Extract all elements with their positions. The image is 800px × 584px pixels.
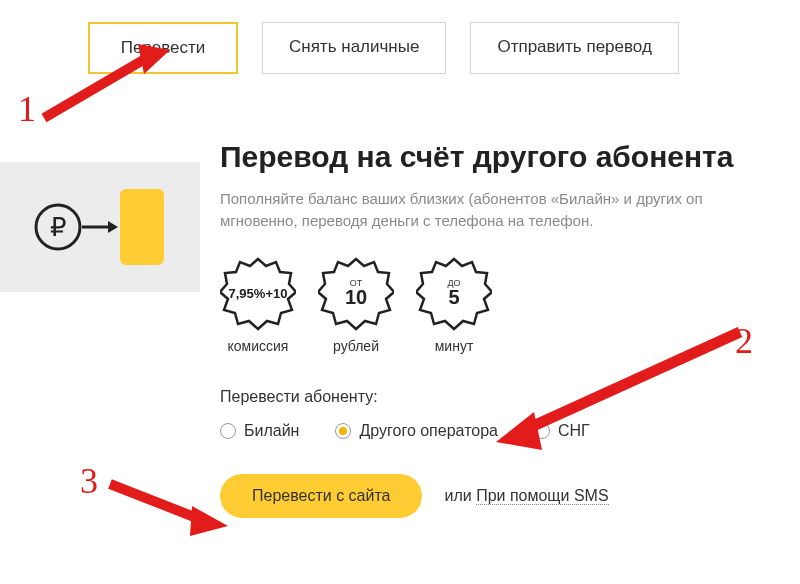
badge-min-value: 10 <box>345 286 367 309</box>
radio-dot-icon <box>534 423 550 439</box>
page-title: Перевод на счёт другого абонента <box>220 140 800 174</box>
badge-min-caption: рублей <box>333 338 379 354</box>
svg-rect-4 <box>120 189 164 265</box>
badge-commission: 7,95%+10 комиссия <box>220 256 296 354</box>
badge-commission-value: 7,95%+10 <box>229 286 288 301</box>
radio-cis[interactable]: СНГ <box>534 422 590 440</box>
tab-transfer[interactable]: Перевести <box>88 22 238 74</box>
svg-text:₽: ₽ <box>50 212 67 242</box>
badges-row: 7,95%+10 комиссия ОТ 10 рублей ДО 5 мину… <box>220 256 800 354</box>
radio-beeline[interactable]: Билайн <box>220 422 299 440</box>
annotation-number-2: 2 <box>735 320 753 362</box>
action-row: Перевести с сайта или При помощи SMS <box>220 474 800 518</box>
svg-marker-3 <box>108 221 118 233</box>
form-label: Перевести абоненту: <box>220 388 800 406</box>
radio-other-label: Другого оператора <box>359 422 498 440</box>
annotation-number-3: 3 <box>80 460 98 502</box>
radio-dot-icon <box>335 423 351 439</box>
radio-other-operator[interactable]: Другого оператора <box>335 422 498 440</box>
tabs-row: Перевести Снять наличные Отправить перев… <box>0 0 800 74</box>
ruble-to-phone-icon: ₽ <box>30 177 170 277</box>
badge-commission-caption: комиссия <box>228 338 289 354</box>
radio-cis-label: СНГ <box>558 422 590 440</box>
alt-sms-link[interactable]: При помощи SMS <box>476 487 608 505</box>
tab-send[interactable]: Отправить перевод <box>470 22 678 74</box>
page-subtitle: Пополняйте баланс ваших близких (абонент… <box>220 188 780 232</box>
radio-beeline-label: Билайн <box>244 422 299 440</box>
annotation-arrow-3 <box>102 470 232 540</box>
badge-time-caption: минут <box>435 338 474 354</box>
badge-time-value: 5 <box>448 286 459 309</box>
alt-sms-text: или При помощи SMS <box>444 487 608 505</box>
badge-min-amount: ОТ 10 рублей <box>318 256 394 354</box>
tab-withdraw[interactable]: Снять наличные <box>262 22 446 74</box>
main-content: Перевод на счёт другого абонента Пополня… <box>220 140 800 518</box>
svg-line-12 <box>110 484 202 520</box>
submit-button[interactable]: Перевести с сайта <box>220 474 422 518</box>
badge-time: ДО 5 минут <box>416 256 492 354</box>
radio-group-operator: Билайн Другого оператора СНГ <box>220 422 800 440</box>
alt-or: или <box>444 487 471 504</box>
annotation-number-1: 1 <box>18 88 36 130</box>
radio-dot-icon <box>220 423 236 439</box>
hero-illustration: ₽ <box>0 162 200 292</box>
